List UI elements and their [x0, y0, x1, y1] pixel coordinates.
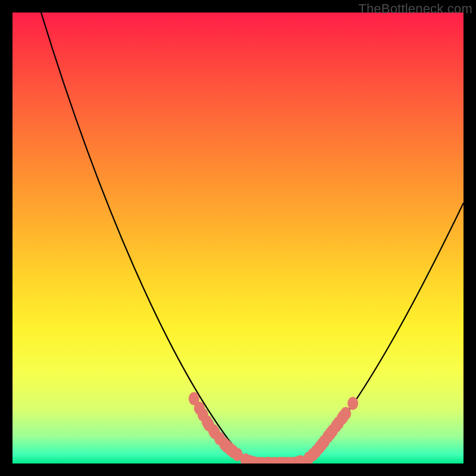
data-marker — [340, 407, 351, 420]
markers-right — [303, 397, 358, 464]
bottleneck-curve — [41, 12, 464, 464]
data-marker — [347, 397, 358, 410]
markers-bottom — [240, 453, 306, 464]
chart-svg — [12, 12, 464, 464]
watermark-text: TheBottleneck.com — [358, 1, 472, 17]
markers-left — [189, 392, 243, 461]
chart-area — [12, 12, 464, 464]
